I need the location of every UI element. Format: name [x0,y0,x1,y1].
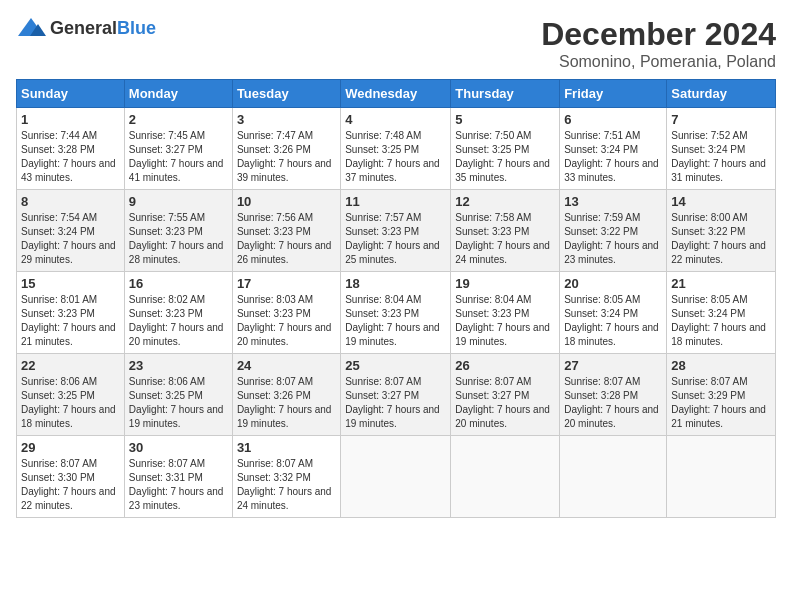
column-header-thursday: Thursday [451,80,560,108]
week-row-2: 8 Sunrise: 7:54 AM Sunset: 3:24 PM Dayli… [17,190,776,272]
day-number: 13 [564,194,662,209]
column-header-friday: Friday [560,80,667,108]
calendar-cell: 25 Sunrise: 8:07 AM Sunset: 3:27 PM Dayl… [341,354,451,436]
day-number: 29 [21,440,120,455]
day-number: 31 [237,440,336,455]
day-number: 9 [129,194,228,209]
day-info: Sunrise: 7:56 AM Sunset: 3:23 PM Dayligh… [237,211,336,267]
calendar-cell: 22 Sunrise: 8:06 AM Sunset: 3:25 PM Dayl… [17,354,125,436]
day-info: Sunrise: 8:06 AM Sunset: 3:25 PM Dayligh… [21,375,120,431]
day-number: 17 [237,276,336,291]
calendar-cell: 17 Sunrise: 8:03 AM Sunset: 3:23 PM Dayl… [232,272,340,354]
calendar-cell: 29 Sunrise: 8:07 AM Sunset: 3:30 PM Dayl… [17,436,125,518]
day-number: 21 [671,276,771,291]
day-number: 5 [455,112,555,127]
calendar-cell: 13 Sunrise: 7:59 AM Sunset: 3:22 PM Dayl… [560,190,667,272]
day-number: 18 [345,276,446,291]
day-info: Sunrise: 8:00 AM Sunset: 3:22 PM Dayligh… [671,211,771,267]
calendar-cell [667,436,776,518]
day-number: 12 [455,194,555,209]
calendar-table: SundayMondayTuesdayWednesdayThursdayFrid… [16,79,776,518]
calendar-cell: 20 Sunrise: 8:05 AM Sunset: 3:24 PM Dayl… [560,272,667,354]
day-info: Sunrise: 8:05 AM Sunset: 3:24 PM Dayligh… [564,293,662,349]
day-info: Sunrise: 7:48 AM Sunset: 3:25 PM Dayligh… [345,129,446,185]
day-number: 15 [21,276,120,291]
day-info: Sunrise: 8:07 AM Sunset: 3:28 PM Dayligh… [564,375,662,431]
calendar-cell: 16 Sunrise: 8:02 AM Sunset: 3:23 PM Dayl… [124,272,232,354]
day-info: Sunrise: 8:04 AM Sunset: 3:23 PM Dayligh… [345,293,446,349]
calendar-cell [451,436,560,518]
day-info: Sunrise: 8:04 AM Sunset: 3:23 PM Dayligh… [455,293,555,349]
calendar-cell: 2 Sunrise: 7:45 AM Sunset: 3:27 PM Dayli… [124,108,232,190]
logo-general: General [50,18,117,38]
calendar-cell: 3 Sunrise: 7:47 AM Sunset: 3:26 PM Dayli… [232,108,340,190]
day-info: Sunrise: 8:06 AM Sunset: 3:25 PM Dayligh… [129,375,228,431]
calendar-body: 1 Sunrise: 7:44 AM Sunset: 3:28 PM Dayli… [17,108,776,518]
day-number: 27 [564,358,662,373]
day-info: Sunrise: 7:45 AM Sunset: 3:27 PM Dayligh… [129,129,228,185]
column-header-wednesday: Wednesday [341,80,451,108]
day-number: 7 [671,112,771,127]
calendar-cell: 10 Sunrise: 7:56 AM Sunset: 3:23 PM Dayl… [232,190,340,272]
title-area: December 2024 Somonino, Pomerania, Polan… [541,16,776,71]
header-row: SundayMondayTuesdayWednesdayThursdayFrid… [17,80,776,108]
day-number: 3 [237,112,336,127]
day-info: Sunrise: 7:51 AM Sunset: 3:24 PM Dayligh… [564,129,662,185]
column-header-tuesday: Tuesday [232,80,340,108]
day-info: Sunrise: 7:52 AM Sunset: 3:24 PM Dayligh… [671,129,771,185]
calendar-cell: 6 Sunrise: 7:51 AM Sunset: 3:24 PM Dayli… [560,108,667,190]
day-number: 23 [129,358,228,373]
day-number: 20 [564,276,662,291]
day-info: Sunrise: 8:07 AM Sunset: 3:27 PM Dayligh… [455,375,555,431]
calendar-cell: 31 Sunrise: 8:07 AM Sunset: 3:32 PM Dayl… [232,436,340,518]
day-number: 4 [345,112,446,127]
calendar-cell: 14 Sunrise: 8:00 AM Sunset: 3:22 PM Dayl… [667,190,776,272]
calendar-cell: 19 Sunrise: 8:04 AM Sunset: 3:23 PM Dayl… [451,272,560,354]
day-number: 2 [129,112,228,127]
column-header-monday: Monday [124,80,232,108]
day-info: Sunrise: 8:07 AM Sunset: 3:32 PM Dayligh… [237,457,336,513]
day-info: Sunrise: 8:07 AM Sunset: 3:31 PM Dayligh… [129,457,228,513]
day-info: Sunrise: 7:55 AM Sunset: 3:23 PM Dayligh… [129,211,228,267]
calendar-cell: 26 Sunrise: 8:07 AM Sunset: 3:27 PM Dayl… [451,354,560,436]
logo-icon [16,16,46,40]
day-info: Sunrise: 7:58 AM Sunset: 3:23 PM Dayligh… [455,211,555,267]
calendar-cell: 7 Sunrise: 7:52 AM Sunset: 3:24 PM Dayli… [667,108,776,190]
week-row-4: 22 Sunrise: 8:06 AM Sunset: 3:25 PM Dayl… [17,354,776,436]
calendar-cell: 9 Sunrise: 7:55 AM Sunset: 3:23 PM Dayli… [124,190,232,272]
day-number: 30 [129,440,228,455]
calendar-cell: 21 Sunrise: 8:05 AM Sunset: 3:24 PM Dayl… [667,272,776,354]
day-number: 14 [671,194,771,209]
calendar-cell: 27 Sunrise: 8:07 AM Sunset: 3:28 PM Dayl… [560,354,667,436]
logo-blue: Blue [117,18,156,38]
day-info: Sunrise: 7:54 AM Sunset: 3:24 PM Dayligh… [21,211,120,267]
calendar-cell [341,436,451,518]
day-info: Sunrise: 8:07 AM Sunset: 3:27 PM Dayligh… [345,375,446,431]
day-number: 22 [21,358,120,373]
week-row-5: 29 Sunrise: 8:07 AM Sunset: 3:30 PM Dayl… [17,436,776,518]
day-number: 1 [21,112,120,127]
calendar-cell: 11 Sunrise: 7:57 AM Sunset: 3:23 PM Dayl… [341,190,451,272]
calendar-cell: 28 Sunrise: 8:07 AM Sunset: 3:29 PM Dayl… [667,354,776,436]
calendar-cell: 24 Sunrise: 8:07 AM Sunset: 3:26 PM Dayl… [232,354,340,436]
day-number: 16 [129,276,228,291]
day-info: Sunrise: 7:47 AM Sunset: 3:26 PM Dayligh… [237,129,336,185]
calendar-cell: 18 Sunrise: 8:04 AM Sunset: 3:23 PM Dayl… [341,272,451,354]
day-number: 26 [455,358,555,373]
day-info: Sunrise: 8:02 AM Sunset: 3:23 PM Dayligh… [129,293,228,349]
day-number: 6 [564,112,662,127]
calendar-cell [560,436,667,518]
day-info: Sunrise: 7:57 AM Sunset: 3:23 PM Dayligh… [345,211,446,267]
calendar-header: SundayMondayTuesdayWednesdayThursdayFrid… [17,80,776,108]
header: GeneralBlue December 2024 Somonino, Pome… [16,16,776,71]
day-info: Sunrise: 8:05 AM Sunset: 3:24 PM Dayligh… [671,293,771,349]
calendar-cell: 12 Sunrise: 7:58 AM Sunset: 3:23 PM Dayl… [451,190,560,272]
day-number: 10 [237,194,336,209]
day-info: Sunrise: 8:03 AM Sunset: 3:23 PM Dayligh… [237,293,336,349]
day-info: Sunrise: 8:07 AM Sunset: 3:30 PM Dayligh… [21,457,120,513]
day-number: 28 [671,358,771,373]
day-info: Sunrise: 7:44 AM Sunset: 3:28 PM Dayligh… [21,129,120,185]
column-header-saturday: Saturday [667,80,776,108]
day-number: 24 [237,358,336,373]
main-title: December 2024 [541,16,776,53]
